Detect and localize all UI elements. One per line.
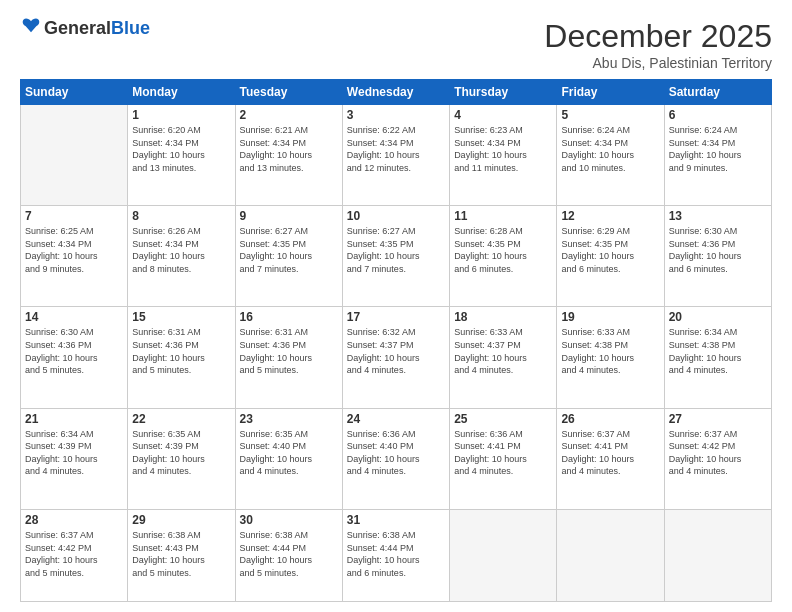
calendar-week-row: 1Sunrise: 6:20 AM Sunset: 4:34 PM Daylig… — [21, 105, 772, 206]
day-info: Sunrise: 6:36 AM Sunset: 4:41 PM Dayligh… — [454, 428, 552, 478]
day-info: Sunrise: 6:20 AM Sunset: 4:34 PM Dayligh… — [132, 124, 230, 174]
calendar-cell: 27Sunrise: 6:37 AM Sunset: 4:42 PM Dayli… — [664, 408, 771, 509]
day-info: Sunrise: 6:23 AM Sunset: 4:34 PM Dayligh… — [454, 124, 552, 174]
calendar-cell: 20Sunrise: 6:34 AM Sunset: 4:38 PM Dayli… — [664, 307, 771, 408]
day-info: Sunrise: 6:24 AM Sunset: 4:34 PM Dayligh… — [669, 124, 767, 174]
day-number: 28 — [25, 513, 123, 527]
calendar-cell: 8Sunrise: 6:26 AM Sunset: 4:34 PM Daylig… — [128, 206, 235, 307]
calendar-cell: 17Sunrise: 6:32 AM Sunset: 4:37 PM Dayli… — [342, 307, 449, 408]
column-header-wednesday: Wednesday — [342, 80, 449, 105]
day-number: 24 — [347, 412, 445, 426]
calendar-cell — [450, 509, 557, 601]
day-number: 31 — [347, 513, 445, 527]
day-number: 10 — [347, 209, 445, 223]
day-number: 14 — [25, 310, 123, 324]
logo-general: General — [44, 18, 111, 38]
day-info: Sunrise: 6:33 AM Sunset: 4:38 PM Dayligh… — [561, 326, 659, 376]
day-info: Sunrise: 6:34 AM Sunset: 4:38 PM Dayligh… — [669, 326, 767, 376]
calendar-cell: 18Sunrise: 6:33 AM Sunset: 4:37 PM Dayli… — [450, 307, 557, 408]
day-number: 4 — [454, 108, 552, 122]
day-info: Sunrise: 6:38 AM Sunset: 4:44 PM Dayligh… — [240, 529, 338, 579]
calendar-cell: 6Sunrise: 6:24 AM Sunset: 4:34 PM Daylig… — [664, 105, 771, 206]
day-number: 22 — [132, 412, 230, 426]
calendar-week-row: 14Sunrise: 6:30 AM Sunset: 4:36 PM Dayli… — [21, 307, 772, 408]
calendar-cell — [21, 105, 128, 206]
day-number: 23 — [240, 412, 338, 426]
calendar-cell: 1Sunrise: 6:20 AM Sunset: 4:34 PM Daylig… — [128, 105, 235, 206]
calendar-cell: 19Sunrise: 6:33 AM Sunset: 4:38 PM Dayli… — [557, 307, 664, 408]
day-number: 30 — [240, 513, 338, 527]
calendar-cell: 30Sunrise: 6:38 AM Sunset: 4:44 PM Dayli… — [235, 509, 342, 601]
column-header-sunday: Sunday — [21, 80, 128, 105]
calendar-cell: 14Sunrise: 6:30 AM Sunset: 4:36 PM Dayli… — [21, 307, 128, 408]
column-header-friday: Friday — [557, 80, 664, 105]
calendar-cell: 23Sunrise: 6:35 AM Sunset: 4:40 PM Dayli… — [235, 408, 342, 509]
header: GeneralBlue December 2025 Abu Dis, Pales… — [20, 18, 772, 71]
column-header-saturday: Saturday — [664, 80, 771, 105]
day-info: Sunrise: 6:31 AM Sunset: 4:36 PM Dayligh… — [240, 326, 338, 376]
calendar-cell — [664, 509, 771, 601]
calendar-cell: 3Sunrise: 6:22 AM Sunset: 4:34 PM Daylig… — [342, 105, 449, 206]
day-info: Sunrise: 6:37 AM Sunset: 4:41 PM Dayligh… — [561, 428, 659, 478]
title-block: December 2025 Abu Dis, Palestinian Terri… — [544, 18, 772, 71]
day-info: Sunrise: 6:30 AM Sunset: 4:36 PM Dayligh… — [669, 225, 767, 275]
logo-bird-icon — [20, 14, 42, 36]
column-header-monday: Monday — [128, 80, 235, 105]
calendar-cell: 7Sunrise: 6:25 AM Sunset: 4:34 PM Daylig… — [21, 206, 128, 307]
day-number: 13 — [669, 209, 767, 223]
day-number: 1 — [132, 108, 230, 122]
location-title: Abu Dis, Palestinian Territory — [544, 55, 772, 71]
day-number: 16 — [240, 310, 338, 324]
calendar-cell: 10Sunrise: 6:27 AM Sunset: 4:35 PM Dayli… — [342, 206, 449, 307]
calendar-cell: 22Sunrise: 6:35 AM Sunset: 4:39 PM Dayli… — [128, 408, 235, 509]
day-info: Sunrise: 6:33 AM Sunset: 4:37 PM Dayligh… — [454, 326, 552, 376]
day-number: 26 — [561, 412, 659, 426]
day-info: Sunrise: 6:38 AM Sunset: 4:44 PM Dayligh… — [347, 529, 445, 579]
day-info: Sunrise: 6:22 AM Sunset: 4:34 PM Dayligh… — [347, 124, 445, 174]
day-number: 6 — [669, 108, 767, 122]
month-title: December 2025 — [544, 18, 772, 55]
calendar-cell: 11Sunrise: 6:28 AM Sunset: 4:35 PM Dayli… — [450, 206, 557, 307]
calendar-cell: 15Sunrise: 6:31 AM Sunset: 4:36 PM Dayli… — [128, 307, 235, 408]
day-number: 15 — [132, 310, 230, 324]
calendar-week-row: 7Sunrise: 6:25 AM Sunset: 4:34 PM Daylig… — [21, 206, 772, 307]
day-info: Sunrise: 6:35 AM Sunset: 4:39 PM Dayligh… — [132, 428, 230, 478]
day-number: 7 — [25, 209, 123, 223]
day-info: Sunrise: 6:26 AM Sunset: 4:34 PM Dayligh… — [132, 225, 230, 275]
day-number: 8 — [132, 209, 230, 223]
day-info: Sunrise: 6:30 AM Sunset: 4:36 PM Dayligh… — [25, 326, 123, 376]
day-info: Sunrise: 6:38 AM Sunset: 4:43 PM Dayligh… — [132, 529, 230, 579]
day-number: 20 — [669, 310, 767, 324]
day-number: 2 — [240, 108, 338, 122]
calendar-cell: 28Sunrise: 6:37 AM Sunset: 4:42 PM Dayli… — [21, 509, 128, 601]
column-header-tuesday: Tuesday — [235, 80, 342, 105]
logo-blue: Blue — [111, 18, 150, 38]
day-info: Sunrise: 6:27 AM Sunset: 4:35 PM Dayligh… — [347, 225, 445, 275]
day-number: 11 — [454, 209, 552, 223]
logo: GeneralBlue — [20, 18, 150, 39]
column-header-thursday: Thursday — [450, 80, 557, 105]
calendar-cell: 31Sunrise: 6:38 AM Sunset: 4:44 PM Dayli… — [342, 509, 449, 601]
calendar-cell: 24Sunrise: 6:36 AM Sunset: 4:40 PM Dayli… — [342, 408, 449, 509]
calendar-week-row: 28Sunrise: 6:37 AM Sunset: 4:42 PM Dayli… — [21, 509, 772, 601]
calendar-cell: 12Sunrise: 6:29 AM Sunset: 4:35 PM Dayli… — [557, 206, 664, 307]
calendar-cell: 16Sunrise: 6:31 AM Sunset: 4:36 PM Dayli… — [235, 307, 342, 408]
day-number: 27 — [669, 412, 767, 426]
calendar-cell: 21Sunrise: 6:34 AM Sunset: 4:39 PM Dayli… — [21, 408, 128, 509]
day-number: 25 — [454, 412, 552, 426]
day-info: Sunrise: 6:35 AM Sunset: 4:40 PM Dayligh… — [240, 428, 338, 478]
day-number: 19 — [561, 310, 659, 324]
day-number: 17 — [347, 310, 445, 324]
day-info: Sunrise: 6:37 AM Sunset: 4:42 PM Dayligh… — [669, 428, 767, 478]
day-number: 3 — [347, 108, 445, 122]
day-number: 5 — [561, 108, 659, 122]
calendar-header-row: SundayMondayTuesdayWednesdayThursdayFrid… — [21, 80, 772, 105]
day-number: 12 — [561, 209, 659, 223]
calendar-cell: 25Sunrise: 6:36 AM Sunset: 4:41 PM Dayli… — [450, 408, 557, 509]
logo-text: GeneralBlue — [44, 18, 150, 39]
calendar-cell: 4Sunrise: 6:23 AM Sunset: 4:34 PM Daylig… — [450, 105, 557, 206]
calendar-cell: 2Sunrise: 6:21 AM Sunset: 4:34 PM Daylig… — [235, 105, 342, 206]
calendar-cell: 26Sunrise: 6:37 AM Sunset: 4:41 PM Dayli… — [557, 408, 664, 509]
calendar-week-row: 21Sunrise: 6:34 AM Sunset: 4:39 PM Dayli… — [21, 408, 772, 509]
calendar-cell — [557, 509, 664, 601]
